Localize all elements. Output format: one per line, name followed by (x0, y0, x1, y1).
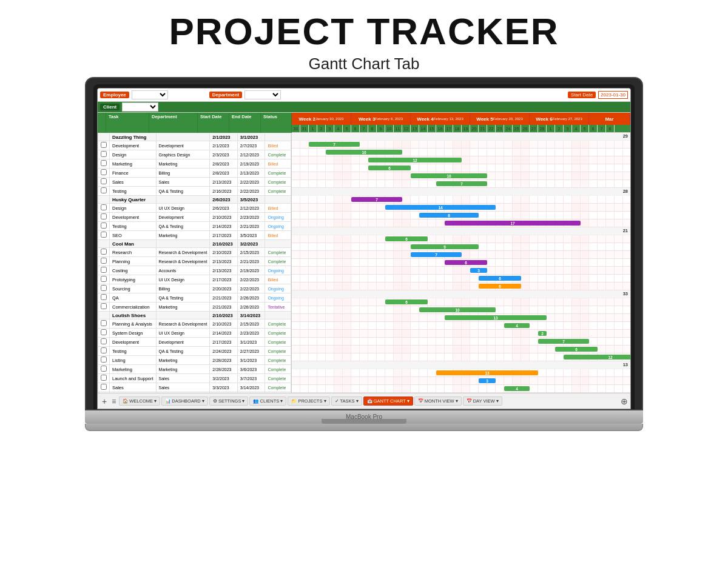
gantt-bar-3-0: 6 (385, 299, 428, 304)
task-checkbox-3-2[interactable] (101, 338, 107, 344)
tab-day-view[interactable]: 📅 DAY VIEW ▾ (463, 396, 502, 406)
gantt-bar-0-3: 6 (368, 166, 411, 170)
tab-month-view[interactable]: 📅 MONTH VIEW ▾ (414, 396, 462, 406)
gantt-bar-1-0: 7 (351, 197, 402, 202)
task-checkbox-3-5[interactable] (101, 366, 107, 372)
gantt-bar-0-5: 7 (436, 181, 487, 186)
day-2b: 2 (555, 125, 564, 132)
day-23a: 23 (496, 125, 504, 132)
mar-label: Mar (589, 113, 630, 125)
gantt-bar-3-2: 13 (445, 315, 547, 320)
gantt-task-row-2-0: 6 (292, 235, 630, 243)
task-checkbox-2-6[interactable] (101, 303, 107, 309)
task-checkbox-0-1[interactable] (101, 151, 107, 157)
task-checkbox-3-3[interactable] (101, 347, 107, 353)
task-row-1-1: Development Development 2/10/2023 2/23/2… (98, 213, 291, 222)
day-7b: 7 (598, 125, 606, 132)
tab-clients[interactable]: 👥 CLIENTS ▾ (249, 396, 286, 406)
task-checkbox-3-4[interactable] (101, 356, 107, 363)
task-row-3-2: Development Development 2/17/2023 3/1/20… (98, 338, 291, 347)
task-checkbox-3-7[interactable] (101, 384, 107, 390)
weeks-row: Week 2January 30, 2023 Week 3February 6,… (292, 113, 630, 125)
gantt-task-row-3-0: 6 (292, 298, 630, 306)
task-row-0-1: Design Graphics Design 2/3/2023 2/12/202… (98, 150, 291, 159)
day-4a: 4 (334, 125, 343, 132)
day-3b: 3 (564, 125, 572, 132)
task-checkbox-1-0[interactable] (101, 204, 107, 210)
gantt-task-row-1-0: 7 (292, 196, 630, 204)
task-checkbox-0-2[interactable] (101, 160, 107, 166)
day-2a: 2 (317, 125, 326, 132)
day-20a: 20 (470, 125, 479, 132)
department-filter-select[interactable] (244, 90, 281, 99)
gantt-bar-4-1: 3 (479, 378, 496, 383)
task-checkbox-3-6[interactable] (101, 375, 107, 381)
column-headers: Task Department Start Date End Date Stat… (98, 113, 630, 133)
task-row-0-2: Marketing Marketing 2/8/2023 2/19/2023 B… (98, 159, 291, 169)
day-10a: 10 (385, 125, 394, 132)
task-checkbox-0-3[interactable] (101, 169, 107, 175)
tab-menu-button[interactable]: ≡ (110, 397, 118, 406)
task-row-3-7: Sales Sales 3/3/2023 3/14/2023 Complete (98, 383, 291, 392)
tab-tasks[interactable]: ✓ TASKS ▾ (331, 396, 362, 406)
task-checkbox-2-2[interactable] (101, 267, 107, 273)
task-checkbox-2-5[interactable] (101, 294, 107, 300)
task-checkbox-2-1[interactable] (101, 258, 107, 264)
gantt-task-row-3-3: 4 (292, 322, 630, 330)
task-checkbox-0-0[interactable] (101, 142, 107, 148)
gantt-bar-3-6: 6 (555, 347, 598, 352)
gantt-task-row-3-7: 12 (292, 353, 630, 361)
task-checkbox-2-3[interactable] (101, 276, 107, 282)
day-5b: 5 (581, 125, 589, 132)
tab-settings[interactable]: ⚙ SETTINGS ▾ (209, 396, 249, 406)
task-checkbox-2-0[interactable] (101, 249, 107, 255)
client-filter-label: Client (100, 104, 120, 110)
gantt-task-row-3-5: 7 (292, 338, 630, 346)
task-row-1-2: Testing QA & Testing 2/14/2023 2/21/2023… (98, 222, 291, 231)
task-checkbox-0-4[interactable] (101, 178, 107, 184)
task-checkbox-1-1[interactable] (101, 213, 107, 219)
gantt-task-row-0-4: 10 (292, 172, 630, 180)
day-1b: 1 (547, 125, 555, 132)
task-row-3-5: Marketing Marketing 2/28/2023 3/6/2023 C… (98, 365, 291, 374)
gantt-task-row-0-0: 7 (292, 141, 630, 149)
employee-filter-select[interactable] (132, 90, 168, 99)
day-15a: 15 (428, 125, 436, 132)
gantt-bar-4-0: 13 (436, 370, 538, 375)
task-checkbox-0-5[interactable] (101, 187, 107, 193)
gantt-bar-4-2: 4 (504, 386, 530, 391)
task-checkbox-3-1[interactable] (101, 329, 107, 335)
laptop-brand: MacBook Pro (85, 410, 643, 424)
day-22a: 22 (487, 125, 496, 132)
add-tab-button[interactable]: + (100, 396, 109, 406)
add-sheet-button[interactable]: ⊕ (621, 396, 628, 406)
tab-projects[interactable]: 📁 PROJECTS ▾ (288, 396, 329, 406)
tab-dashboard[interactable]: 📊 DASHBOARD ▾ (161, 396, 208, 406)
tab-gantt-chart[interactable]: 📅 GANTT CHART ▾ (363, 396, 413, 406)
gantt-task-row-1-3: 17 (292, 219, 630, 227)
client-filter-select[interactable] (122, 102, 158, 112)
task-checkbox-2-4[interactable] (101, 285, 107, 291)
gantt-project-row-2: 21 (292, 227, 630, 235)
task-checkbox-1-2[interactable] (101, 222, 107, 229)
day-12a: 12 (402, 125, 411, 132)
gantt-task-row-3-6: 6 (292, 346, 630, 353)
task-checkbox-3-0[interactable] (101, 320, 107, 326)
day-19a: 19 (462, 125, 470, 132)
gantt-task-row-0-2: 12 (292, 156, 630, 164)
task-row-2-6: Commercialization Marketing 2/21/2023 2/… (98, 303, 291, 312)
gantt-task-row-4-2: 4 (292, 385, 630, 393)
task-row-3-3: Testing QA & Testing 2/24/2023 2/27/2023… (98, 347, 291, 356)
filter-row: Employee Department Start Date 2023-01-3… (98, 89, 630, 102)
tab-welcome[interactable]: 🏠 WELCOME ▾ (119, 396, 160, 406)
day-6a: 6 (351, 125, 360, 132)
end-header: End Date (229, 113, 261, 133)
day-18a: 18 (453, 125, 462, 132)
task-checkbox-1-3[interactable] (101, 232, 107, 238)
gantt-bar-3-4: 2 (538, 331, 547, 336)
table-container: Dazzling Thing 2/1/2023 3/1/2023 Develop… (98, 133, 630, 393)
department-filter-label: Department (209, 92, 242, 98)
laptop-screen-bezel: Employee Department Start Date 2023-01-3… (93, 84, 635, 409)
left-table: Dazzling Thing 2/1/2023 3/1/2023 Develop… (98, 133, 292, 393)
gantt-bar-1-2: 8 (419, 213, 479, 218)
